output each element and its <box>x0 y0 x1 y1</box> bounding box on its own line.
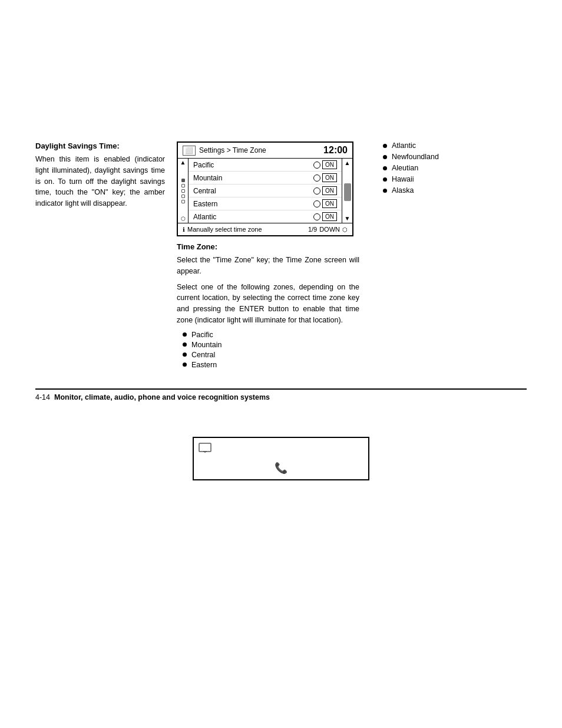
tz-on-btn-central[interactable]: ON <box>322 186 337 195</box>
tz-circle-mountain <box>313 174 320 182</box>
tz-on-btn-atlantic[interactable]: ON <box>322 212 337 221</box>
daylight-savings-title: Daylight Savings Time: <box>35 141 165 150</box>
bullet-pacific <box>183 332 187 337</box>
tz-on-btn-eastern[interactable]: ON <box>322 199 337 208</box>
list-item-atlantic: Atlantic <box>383 141 527 150</box>
tz-rows: Pacific ON Mountain ON <box>189 159 342 223</box>
tz-footer-text: Manually select time zone <box>187 226 262 233</box>
tz-info-icon: ℹ <box>183 226 185 233</box>
bullet-atlantic <box>383 144 387 148</box>
bottom-screen-center: 📞 <box>199 462 363 475</box>
list-item-newfoundland: Newfoundland <box>383 153 527 161</box>
bullet-hawaii <box>383 177 387 182</box>
bullet-eastern <box>183 363 187 367</box>
tz-circle-eastern <box>313 200 320 207</box>
list-item-alaska: Alaska <box>383 186 527 195</box>
footer-title: Monitor, climate, audio, phone and voice… <box>54 393 270 401</box>
tz-zone-atlantic: Atlantic <box>193 213 216 221</box>
bullet-mountain <box>183 342 187 347</box>
page-number: 4-14 <box>35 393 50 401</box>
tz-zones-right-list: Atlantic Newfoundland Aleutian Hawaii Al… <box>383 141 527 195</box>
bullet-alaska <box>383 189 387 193</box>
tz-body: ▲ ⬡ Pacific <box>178 159 352 223</box>
list-item-aleutian: Aleutian <box>383 164 527 172</box>
bullet-newfoundland <box>383 155 387 159</box>
bottom-screen: 📞 <box>193 437 369 480</box>
phone-icon: 📞 <box>275 462 287 475</box>
tz-zone-pacific: Pacific <box>193 161 214 169</box>
tz-on-btn-pacific[interactable]: ON <box>322 160 337 169</box>
middle-column: ⬜ Settings > Time Zone 12:00 ▲ <box>177 141 359 371</box>
tz-row-atlantic: Atlantic ON <box>189 210 342 223</box>
tz-row-pacific: Pacific ON <box>189 159 342 172</box>
bottom-screen-top-icon <box>199 443 211 456</box>
tz-toggle-pacific[interactable]: ON <box>313 160 337 169</box>
tz-toggle-mountain[interactable]: ON <box>313 173 337 182</box>
page-container: Daylight Savings Time: When this item is… <box>0 0 562 728</box>
tz-zones-left-list: Pacific Mountain Central Eastern <box>177 331 359 369</box>
list-item-mountain: Mountain <box>183 341 359 349</box>
list-item-eastern: Eastern <box>183 361 359 369</box>
bullet-central <box>183 353 187 357</box>
tz-circle-atlantic <box>313 213 320 220</box>
tz-text-body2: Select one of the following zones, depen… <box>177 282 359 326</box>
bottom-screen-container: 📞 <box>35 437 527 480</box>
tz-text-title: Time Zone: <box>177 242 359 251</box>
right-column: Atlantic Newfoundland Aleutian Hawaii Al… <box>371 141 527 371</box>
svg-rect-0 <box>199 443 211 452</box>
tz-circle-pacific <box>313 162 320 169</box>
tz-zone-mountain: Mountain <box>193 174 222 182</box>
bullet-aleutian <box>383 166 387 170</box>
tz-indicator-3 <box>181 189 185 193</box>
tz-right-bar: ▲ ▼ <box>342 159 352 223</box>
tz-header-time: 12:00 <box>323 145 348 156</box>
tz-row-central: Central ON <box>189 185 342 197</box>
tz-left-bar: ▲ ⬡ <box>178 159 189 223</box>
tz-scroll-up[interactable]: ▲ <box>345 160 351 166</box>
list-item-hawaii: Hawaii <box>383 175 527 183</box>
tz-indicator-4 <box>181 195 185 198</box>
tz-bottom-nav: 1/9 DOWN ⬡ <box>265 226 348 233</box>
tz-text-section: Time Zone: Select the "Time Zone" key; t… <box>177 242 359 369</box>
tz-toggle-eastern[interactable]: ON <box>313 199 337 208</box>
tz-left-bottom-icon: ⬡ <box>181 216 186 222</box>
tz-left-indicators <box>181 176 185 206</box>
tz-up-arrow: ▲ <box>180 160 186 166</box>
tz-page-indicator: 1/9 <box>308 226 317 233</box>
daylight-savings-body: When this item is enabled (indicator lig… <box>35 154 165 209</box>
tz-zone-central: Central <box>193 187 216 195</box>
tz-down-label: DOWN <box>319 226 340 233</box>
monitor-icon: ⬜ <box>183 146 196 156</box>
tz-indicator-1 <box>181 179 185 182</box>
tz-on-btn-mountain[interactable]: ON <box>322 173 337 182</box>
tz-header-left: ⬜ Settings > Time Zone <box>183 146 266 156</box>
tz-text-body1: Select the "Time Zone" key; the Time Zon… <box>177 255 359 277</box>
left-column: Daylight Savings Time: When this item is… <box>35 141 165 371</box>
tz-row-eastern: Eastern ON <box>189 197 342 210</box>
tz-header: ⬜ Settings > Time Zone 12:00 <box>178 143 352 159</box>
list-item-pacific: Pacific <box>183 331 359 339</box>
tz-toggle-central[interactable]: ON <box>313 186 337 195</box>
list-item-central: Central <box>183 351 359 359</box>
tz-scroll-down[interactable]: ▼ <box>345 215 351 222</box>
tz-toggle-atlantic[interactable]: ON <box>313 212 337 221</box>
tz-scroll-thumb <box>344 183 351 201</box>
tz-indicator-2 <box>181 184 185 187</box>
tz-circle-central <box>313 187 320 195</box>
footer-text: 4-14 Monitor, climate, audio, phone and … <box>35 393 527 401</box>
tz-zone-eastern: Eastern <box>193 200 217 208</box>
tz-bottom-bar: ℹ Manually select time zone 1/9 DOWN ⬡ <box>178 223 352 235</box>
tz-header-label: Settings > Time Zone <box>199 146 266 154</box>
main-content: Daylight Savings Time: When this item is… <box>35 141 527 371</box>
tz-row-mountain: Mountain ON <box>189 172 342 185</box>
tz-nav-icon: ⬡ <box>342 226 348 233</box>
tz-screen: ⬜ Settings > Time Zone 12:00 ▲ <box>177 141 353 236</box>
footer: 4-14 Monitor, climate, audio, phone and … <box>35 388 527 401</box>
tz-indicator-5 <box>181 200 185 203</box>
